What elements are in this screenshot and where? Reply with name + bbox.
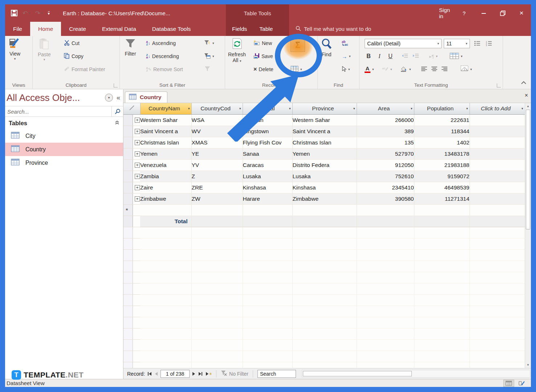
cell-empty[interactable]	[243, 249, 292, 261]
row-selector[interactable]: +	[123, 126, 140, 137]
minimize-button[interactable]	[474, 4, 493, 22]
cell-empty[interactable]	[470, 272, 525, 283]
cell-empty[interactable]	[470, 339, 525, 351]
expand-row-icon[interactable]: +	[135, 140, 140, 145]
align-center-button[interactable]	[431, 65, 438, 74]
cell-empty[interactable]	[243, 351, 292, 362]
cell-empty[interactable]	[470, 238, 525, 249]
cell-empty[interactable]	[140, 261, 191, 272]
expand-row-icon[interactable]: +	[135, 129, 140, 134]
record-search-input[interactable]: Search	[257, 370, 296, 378]
cell-empty[interactable]	[243, 238, 292, 249]
cell-empty[interactable]	[243, 261, 292, 272]
row-selector[interactable]	[123, 216, 140, 227]
cell-empty[interactable]	[470, 249, 525, 261]
cell-empty[interactable]	[470, 261, 525, 272]
new-record-button[interactable]: ✳ New	[253, 39, 272, 48]
cell-empty[interactable]	[243, 294, 292, 306]
cell-total[interactable]	[414, 216, 470, 227]
column-header-population[interactable]: Population▾	[414, 103, 470, 114]
cell-empty[interactable]	[140, 362, 191, 368]
expand-row-icon[interactable]: +	[135, 118, 140, 123]
underline-button[interactable]: U	[386, 52, 394, 61]
cell-empty[interactable]	[140, 283, 191, 294]
cell-empty[interactable]	[357, 204, 414, 216]
nav-item-country[interactable]: Country	[5, 143, 123, 156]
cell-empty[interactable]	[292, 249, 357, 261]
cell-empty[interactable]	[140, 249, 191, 261]
cell-click-to-add[interactable]	[470, 114, 525, 126]
cell-empty[interactable]	[292, 238, 357, 249]
customize-qat-button[interactable]: ▾	[48, 11, 50, 15]
alternate-row-color-button[interactable]: ▾	[460, 65, 472, 74]
cell-empty[interactable]	[357, 238, 414, 249]
tab-create[interactable]: Create	[61, 22, 94, 36]
cell-total[interactable]	[292, 216, 357, 227]
cell-empty[interactable]	[414, 294, 470, 306]
row-selector[interactable]: +	[123, 137, 140, 148]
cell-empty[interactable]	[470, 362, 525, 368]
cell-click-to-add[interactable]	[470, 137, 525, 148]
row-selector[interactable]	[123, 238, 140, 249]
row-selector[interactable]	[123, 227, 140, 238]
cell-empty[interactable]	[191, 283, 243, 294]
cell-empty[interactable]	[140, 204, 191, 216]
highlight-color-button[interactable]: ab ▾	[382, 65, 392, 74]
nav-item-province[interactable]: Province	[5, 156, 123, 170]
cell-empty[interactable]	[414, 351, 470, 362]
cell-population[interactable]: 13483178	[414, 148, 470, 159]
cell-empty[interactable]	[243, 272, 292, 283]
close-button[interactable]: ×	[512, 4, 531, 22]
cell-province[interactable]: Yemen	[292, 148, 357, 159]
decrease-indent-button[interactable]	[402, 52, 408, 61]
cell-area[interactable]: 389	[357, 126, 414, 137]
cell-population[interactable]: 118344	[414, 126, 470, 137]
cell-empty[interactable]	[243, 306, 292, 317]
descending-button[interactable]: ZA↓ Descending	[146, 52, 179, 61]
cell-click-to-add[interactable]	[470, 182, 525, 193]
cell-empty[interactable]	[357, 339, 414, 351]
cell-empty[interactable]	[140, 351, 191, 362]
column-header-area[interactable]: Area▾	[357, 103, 414, 114]
gridlines-button[interactable]: ▾	[450, 52, 463, 61]
cell-empty[interactable]	[357, 261, 414, 272]
row-selector[interactable]	[123, 283, 140, 294]
cell-empty[interactable]	[191, 362, 243, 368]
remove-sort-button[interactable]: AZ✎ Remove Sort	[146, 65, 183, 74]
row-selector[interactable]	[123, 306, 140, 317]
cell-empty[interactable]	[470, 351, 525, 362]
cell-empty[interactable]	[414, 227, 470, 238]
cell-total[interactable]	[470, 216, 525, 227]
cell-empty[interactable]	[292, 317, 357, 328]
cell-empty[interactable]	[292, 272, 357, 283]
record-position-box[interactable]: 1 of 238	[161, 370, 190, 378]
cell-empty[interactable]	[140, 238, 191, 249]
paste-button[interactable]: Paste ▾	[38, 38, 51, 61]
cell-empty[interactable]	[292, 261, 357, 272]
expand-row-icon[interactable]: +	[135, 185, 140, 190]
selection-filter-button[interactable]: ▾	[204, 39, 214, 48]
cell-empty[interactable]	[470, 283, 525, 294]
tab-country[interactable]: Country	[125, 91, 167, 103]
cell-capital[interactable]: Harare	[243, 193, 292, 204]
cell-country-name[interactable]: Zaire	[140, 182, 191, 193]
text-direction-button[interactable]: ▸¶▾	[429, 52, 438, 61]
cell-click-to-add[interactable]	[470, 171, 525, 182]
new-record-button[interactable]: ✳	[205, 372, 212, 376]
cell-area[interactable]: 135	[357, 137, 414, 148]
horizontal-scrollbar[interactable]	[302, 370, 530, 377]
row-selector[interactable]: *	[123, 204, 140, 216]
cell-empty[interactable]	[243, 339, 292, 351]
cell-empty[interactable]	[414, 238, 470, 249]
refresh-all-button[interactable]: RefreshAll ▾	[228, 38, 246, 63]
row-selector[interactable]: +	[123, 159, 140, 171]
row-selector[interactable]	[123, 272, 140, 283]
cell-empty[interactable]	[414, 204, 470, 216]
cell-total[interactable]	[357, 216, 414, 227]
select-all-corner[interactable]	[123, 103, 140, 114]
cell-empty[interactable]	[414, 317, 470, 328]
cell-empty[interactable]	[414, 328, 470, 339]
cell-population[interactable]: 11271314	[414, 193, 470, 204]
cell-population[interactable]: 222631	[414, 114, 470, 126]
cell-country-name[interactable]: Venezuela	[140, 159, 191, 171]
